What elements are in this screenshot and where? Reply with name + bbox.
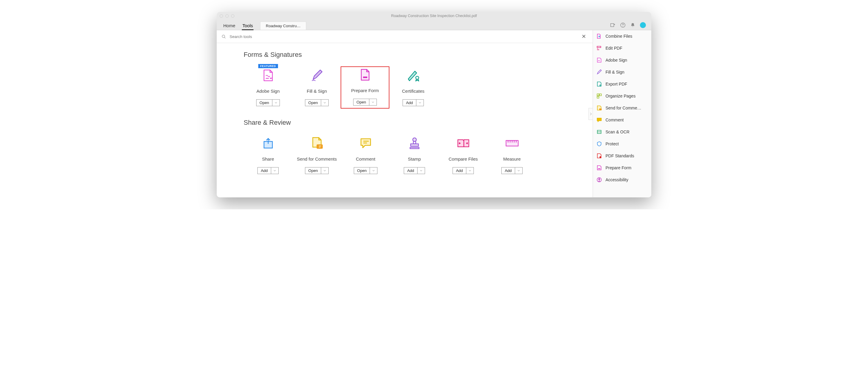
- panel-item-label: Scan & OCR: [606, 130, 629, 134]
- tool-send-comments[interactable]: Send for Comments Open: [292, 135, 341, 176]
- send-comments-action-main[interactable]: Open: [305, 167, 321, 174]
- comment-action[interactable]: Open: [354, 167, 377, 174]
- svg-point-6: [416, 76, 419, 79]
- fill-sign-action[interactable]: Open: [305, 99, 329, 106]
- tool-prepare-form[interactable]: Prepare Form Open: [341, 66, 390, 108]
- search-input[interactable]: [229, 34, 577, 39]
- prepare-form-icon: [359, 68, 372, 82]
- prepare-form-action[interactable]: Open: [353, 99, 377, 105]
- document-tab[interactable]: Roadway Constru…: [260, 22, 306, 30]
- tool-fill-sign[interactable]: Fill & Sign Open: [292, 67, 341, 108]
- panel-adobe-sign[interactable]: Adobe Sign: [593, 54, 651, 66]
- tool-label: Prepare Form: [351, 88, 379, 95]
- prepare-form-action-caret[interactable]: [369, 99, 376, 105]
- prepare-form-action-main[interactable]: Open: [353, 99, 369, 105]
- svg-point-9: [413, 138, 416, 141]
- maximize-window-button[interactable]: [231, 14, 235, 18]
- certificates-action-main[interactable]: Add: [403, 100, 416, 106]
- window-controls: [220, 14, 235, 18]
- send-comments-action[interactable]: Open: [305, 167, 329, 174]
- panel-item-label: Protect: [606, 141, 619, 146]
- certificates-action-caret[interactable]: [416, 100, 424, 106]
- fill-sign-action-caret[interactable]: [321, 100, 328, 106]
- main-panel: ✕ Forms & Signatures FEATURED Adobe Sign…: [217, 30, 593, 197]
- panel-prepare-form[interactable]: Prepare Form: [593, 162, 651, 174]
- collapse-panel-handle[interactable]: [588, 108, 593, 120]
- compare-action[interactable]: Add: [453, 167, 473, 174]
- tool-label: Fill & Sign: [307, 89, 327, 95]
- certificates-icon: [407, 69, 420, 82]
- stamp-action-main[interactable]: Add: [404, 167, 417, 174]
- section-share-title: Share & Review: [244, 119, 593, 127]
- adobe-sign-icon: [261, 69, 275, 82]
- compare-action-main[interactable]: Add: [453, 167, 466, 174]
- panel-accessibility[interactable]: Accessibility: [593, 174, 651, 186]
- tools-scroll[interactable]: Forms & Signatures FEATURED Adobe Sign O…: [217, 43, 593, 197]
- tool-measure[interactable]: Measure Add: [488, 135, 536, 176]
- nav-tools[interactable]: Tools: [239, 21, 256, 30]
- right-panel-wrap: Combine Files Edit PDF Adobe Sign Fill &…: [593, 30, 651, 197]
- adobe-sign-action-caret[interactable]: [272, 100, 280, 106]
- certificates-action[interactable]: Add: [403, 99, 424, 106]
- nav-group: Home Tools Roadway Constru…: [220, 21, 306, 30]
- measure-icon: [505, 137, 519, 150]
- share-action-main[interactable]: Add: [258, 167, 271, 174]
- panel-send-comments[interactable]: Send for Comme…: [593, 102, 651, 114]
- panel-item-label: Prepare Form: [606, 165, 631, 170]
- comment-action-caret[interactable]: [370, 167, 377, 174]
- panel-comment[interactable]: Comment: [593, 114, 651, 126]
- measure-action-main[interactable]: Add: [502, 167, 515, 174]
- featured-badge: FEATURED: [258, 64, 278, 68]
- main-tabbar: Home Tools Roadway Constru…: [217, 20, 651, 30]
- tool-adobe-sign[interactable]: FEATURED Adobe Sign Open: [244, 67, 292, 108]
- share-action[interactable]: Add: [257, 167, 278, 174]
- panel-organize-pages[interactable]: Organize Pages: [593, 90, 651, 102]
- panel-scan-ocr[interactable]: Scan & OCR: [593, 126, 651, 138]
- panel-pdf-standards[interactable]: i PDF Standards: [593, 150, 651, 162]
- panel-item-label: Comment: [606, 118, 624, 122]
- share-action-caret[interactable]: [271, 167, 278, 174]
- compare-action-caret[interactable]: [466, 167, 473, 174]
- svg-rect-16: [599, 94, 601, 96]
- tool-stamp[interactable]: Stamp Add: [390, 135, 439, 176]
- section-forms-title: Forms & Signatures: [244, 51, 593, 59]
- share-panel-icon[interactable]: [610, 23, 615, 28]
- svg-rect-8: [317, 145, 322, 148]
- forms-row: FEATURED Adobe Sign Open: [244, 67, 593, 108]
- measure-action-caret[interactable]: [515, 167, 522, 174]
- help-icon[interactable]: [620, 23, 625, 28]
- panel-protect[interactable]: Protect: [593, 138, 651, 150]
- panel-export-pdf[interactable]: Export PDF: [593, 78, 651, 90]
- app-window: Roadway Construction Site Inspection Che…: [217, 12, 651, 197]
- panel-fill-sign[interactable]: Fill & Sign: [593, 66, 651, 78]
- comment-icon: [359, 137, 372, 150]
- panel-combine-files[interactable]: Combine Files: [593, 30, 651, 42]
- measure-action[interactable]: Add: [501, 167, 522, 174]
- panel-edit-pdf[interactable]: Edit PDF: [593, 42, 651, 54]
- search-bar: ✕: [217, 30, 593, 43]
- adobe-sign-action[interactable]: Open: [256, 99, 280, 106]
- adobe-sign-action-main[interactable]: Open: [256, 100, 272, 106]
- stamp-action[interactable]: Add: [404, 167, 425, 174]
- nav-home[interactable]: Home: [220, 21, 239, 30]
- tool-certificates[interactable]: Certificates Add: [389, 67, 438, 108]
- minimize-window-button[interactable]: [225, 14, 229, 18]
- user-avatar[interactable]: [640, 22, 646, 28]
- notifications-icon[interactable]: [630, 23, 635, 28]
- tool-comment[interactable]: Comment Open: [341, 135, 390, 176]
- window-title: Roadway Construction Site Inspection Che…: [217, 14, 651, 18]
- svg-point-3: [222, 35, 225, 38]
- tool-compare[interactable]: Compare Files Add: [439, 135, 488, 176]
- compare-icon: [457, 137, 470, 150]
- close-window-button[interactable]: [220, 14, 223, 18]
- send-comments-action-caret[interactable]: [321, 167, 328, 174]
- comment-action-main[interactable]: Open: [354, 167, 370, 174]
- share-icon: [261, 137, 275, 150]
- right-panel[interactable]: Combine Files Edit PDF Adobe Sign Fill &…: [593, 30, 651, 197]
- close-search-button[interactable]: ✕: [580, 33, 588, 40]
- tool-label: Stamp: [408, 156, 421, 163]
- fill-sign-action-main[interactable]: Open: [305, 100, 321, 106]
- titlebar: Roadway Construction Site Inspection Che…: [217, 12, 651, 20]
- tool-share[interactable]: Share Add: [244, 135, 292, 176]
- stamp-action-caret[interactable]: [417, 167, 425, 174]
